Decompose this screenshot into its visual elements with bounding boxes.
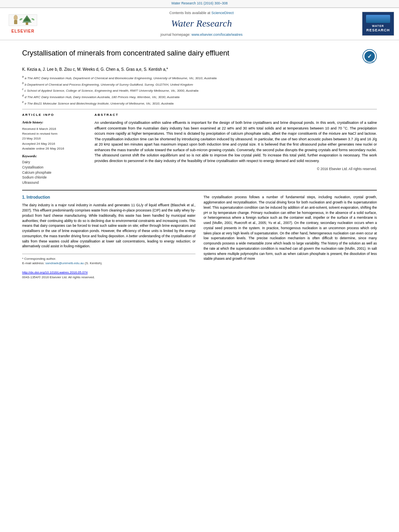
article-info-column: ARTICLE INFO Article history: Received 8… — [22, 113, 86, 186]
affiliation-c: c c School of Applied Science, College o… — [22, 87, 377, 93]
body-section: 1. Introduction The dairy industry is a … — [22, 195, 377, 281]
copyright-line: © 2016 Elsevier Ltd. All rights reserved… — [95, 167, 377, 172]
authors-text: K. Kezia a, J. Lee b, B. Zisu c, M. Week… — [22, 67, 168, 72]
intro-text-col1: The dairy industry is a major rural indu… — [22, 203, 195, 249]
article-history-label: Article history: — [22, 120, 86, 125]
keyword-crystallisation: Crystallisation — [22, 165, 86, 170]
homepage-line: journal homepage: www.elsevier.com/locat… — [41, 32, 362, 37]
journal-logo-research-text: RESEARCH — [366, 28, 390, 33]
keyword-nacl: Sodium chloride — [22, 175, 86, 180]
doi-link[interactable]: http://dx.doi.org/10.1016/j.watres.2016.… — [22, 270, 195, 275]
sciencedirect-link[interactable]: ScienceDirect — [212, 11, 234, 15]
affiliations-section: a a The ARC Dairy Innovation Hub, Depart… — [22, 75, 377, 106]
journal-header-center: Contents lists available at ScienceDirec… — [41, 10, 362, 37]
authors-line: K. Kezia a, J. Lee b, B. Zisu c, M. Week… — [22, 67, 377, 72]
body-col-right: The crystallisation process follows a nu… — [204, 195, 377, 281]
title-section: Crystallisation of minerals from concent… — [22, 48, 377, 64]
svg-rect-2 — [14, 20, 17, 24]
email-link[interactable]: sandraek@unimelb.edu.au — [45, 261, 84, 265]
keywords-heading: Keywords: — [22, 154, 86, 159]
keyword-calcium: Calcium phosphate — [22, 170, 86, 175]
page: Water Research 101 (2016) 300–308 ELSEVI… — [0, 0, 399, 532]
keyword-ultrasound: Ultrasound — [22, 181, 86, 185]
elsevier-tree-icon — [7, 14, 39, 28]
svg-text:CrossMark: CrossMark — [365, 60, 375, 63]
received-line: Received 8 March 2016 — [22, 127, 86, 131]
keyword-dairy: Dairy — [22, 160, 86, 165]
elsevier-logo-section: ELSEVIER — [5, 14, 41, 34]
affiliation-e: e e The Bio21 Molecular Science and Biot… — [22, 100, 377, 106]
abstract-heading: ABSTRACT — [95, 113, 377, 117]
svg-rect-5 — [26, 23, 28, 25]
issn-text: 0043-1354/© 2016 Elsevier Ltd. All right… — [22, 275, 195, 279]
contents-available-line: Contents lists available at ScienceDirec… — [41, 10, 362, 16]
citation-bar: Water Research 101 (2016) 300–308 — [0, 0, 399, 8]
separator-bold — [22, 190, 377, 191]
info-abstract-section: ARTICLE INFO Article history: Received 8… — [22, 113, 377, 186]
affiliation-d: d d The ARC Dairy Innovation Hub, Dairy … — [22, 94, 377, 99]
elsevier-brand-text: ELSEVIER — [11, 29, 34, 34]
article-content: Crystallisation of minerals from concent… — [0, 40, 399, 289]
accepted-line: Accepted 24 May 2016 — [22, 142, 86, 146]
abstract-text: An understanding of crystallisation with… — [95, 120, 377, 164]
footer-section: http://dx.doi.org/10.1016/j.watres.2016.… — [22, 269, 195, 281]
crossmark-icon: ✓ CrossMark — [362, 49, 377, 64]
corresponding-author-note: * Corresponding author. — [22, 257, 195, 261]
intro-text-col2: The crystallisation process follows a nu… — [204, 195, 377, 261]
affiliation-a: a a The ARC Dairy Innovation Hub, Depart… — [22, 75, 377, 80]
email-footnote: E-mail address: sandraek@unimelb.edu.au … — [22, 261, 195, 265]
footnote-section: * Corresponding author. E-mail address: … — [22, 254, 195, 265]
received-revised-label: Received in revised form — [22, 131, 86, 136]
affiliation-b: b b Department of Chemical and Process E… — [22, 81, 377, 87]
svg-text:✓: ✓ — [367, 53, 372, 60]
journal-title: Water Research — [41, 17, 362, 31]
journal-homepage-link[interactable]: www.elsevier.com/locate/watres — [191, 33, 243, 37]
available-line: Available online 26 May 2016 — [22, 146, 86, 151]
journal-logo-wave-graphic — [366, 15, 390, 23]
intro-heading: 1. Introduction — [22, 195, 195, 200]
body-col-left: 1. Introduction The dairy industry is a … — [22, 195, 195, 281]
article-title: Crystallisation of minerals from concent… — [22, 48, 358, 58]
received-revised-date: 23 May 2016 — [22, 136, 86, 141]
citation-text: Water Research 101 (2016) 300–308 — [171, 1, 228, 5]
separator-1 — [22, 109, 377, 109]
abstract-column: ABSTRACT An understanding of crystallisa… — [95, 113, 377, 186]
svg-point-1 — [14, 15, 18, 21]
article-info-heading: ARTICLE INFO — [22, 113, 86, 117]
journal-header: ELSEVIER Contents lists available at Sci… — [0, 8, 399, 40]
svg-rect-0 — [9, 14, 37, 26]
journal-logo-water-text: WATER — [372, 24, 384, 28]
journal-logo-box: WATER RESEARCH — [362, 12, 394, 36]
